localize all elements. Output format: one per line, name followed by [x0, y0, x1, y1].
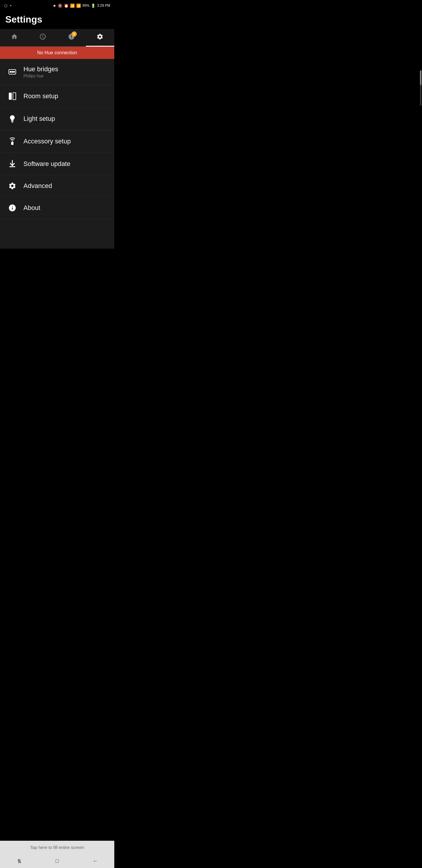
svg-rect-5: [13, 93, 16, 100]
software-update-label: Software update: [24, 160, 108, 168]
status-bar: ⬡ ⚬ ★ 🔇 ⏰ 📶 📶 95% 🔋 3:29 PM: [0, 0, 114, 10]
nav-bar: ⇌ □ ←: [0, 854, 114, 868]
menu-item-software-update[interactable]: Software update: [0, 153, 114, 175]
accessory-icon: [6, 137, 19, 146]
svg-rect-10: [9, 166, 15, 167]
fill-bar-text: Tap here to fill entire screen: [30, 845, 84, 850]
svg-rect-8: [11, 142, 13, 145]
tab-schedule[interactable]: [29, 29, 58, 46]
about-text: About: [24, 204, 108, 212]
room-icon: [6, 92, 19, 101]
svg-rect-6: [11, 121, 13, 122]
advanced-text: Advanced: [24, 182, 108, 190]
alarm-icon: ⏰: [64, 3, 69, 8]
menu-item-about[interactable]: About: [0, 197, 114, 219]
svg-rect-4: [9, 93, 12, 100]
back-icon: ←: [93, 858, 98, 864]
time-display: 3:29 PM: [97, 3, 110, 8]
room-setup-text: Room setup: [24, 92, 108, 100]
alerts-badge: 1: [71, 31, 77, 37]
download-icon: [6, 159, 19, 168]
page-title: Settings: [5, 14, 109, 25]
tab-home[interactable]: [0, 29, 29, 46]
settings-tab-icon: [96, 33, 103, 42]
menu-list: Hue bridges Philips hue Room setup Light…: [0, 59, 114, 249]
bluetooth-icon: ★: [53, 3, 56, 8]
svg-point-9: [12, 141, 13, 142]
fill-bar[interactable]: Tap here to fill entire screen: [0, 841, 114, 854]
svg-rect-7: [11, 122, 13, 123]
menu-item-room-setup[interactable]: Room setup: [0, 85, 114, 107]
room-setup-label: Room setup: [24, 92, 108, 100]
status-bar-left: ⬡ ⚬: [4, 3, 12, 8]
home-tab-icon: [11, 33, 18, 42]
light-setup-label: Light setup: [24, 115, 108, 123]
tab-settings[interactable]: [86, 29, 115, 46]
menu-item-advanced[interactable]: Advanced: [0, 175, 114, 197]
hue-bridges-label: Hue bridges: [24, 65, 108, 73]
recent-apps-button[interactable]: ⇌: [0, 858, 38, 864]
info-icon: [6, 203, 19, 213]
svg-point-2: [11, 71, 13, 73]
accessory-setup-text: Accessory setup: [24, 137, 108, 145]
data-icon: 📶: [70, 3, 75, 8]
home-nav-button[interactable]: □: [38, 858, 76, 864]
about-label: About: [24, 204, 108, 212]
status-bar-right: ★ 🔇 ⏰ 📶 📶 95% 🔋 3:29 PM: [53, 3, 110, 8]
connection-banner: No Hue connection: [0, 46, 114, 59]
gear-icon: [6, 182, 19, 190]
hue-bridges-sublabel: Philips hue: [24, 73, 108, 78]
page-title-bar: Settings: [0, 10, 114, 29]
menu-item-light-setup[interactable]: Light setup: [0, 107, 114, 130]
tab-alerts[interactable]: 1: [57, 29, 86, 46]
back-button[interactable]: ←: [76, 858, 114, 864]
battery-icon: 🔋: [91, 3, 96, 8]
schedule-tab-icon: [39, 33, 46, 42]
svg-point-3: [13, 71, 15, 73]
light-setup-text: Light setup: [24, 115, 108, 123]
advanced-label: Advanced: [24, 182, 108, 190]
mute-icon: 🔇: [58, 3, 62, 8]
home-nav-icon: □: [56, 858, 59, 864]
recent-apps-icon: ⇌: [16, 859, 22, 863]
svg-point-1: [10, 71, 11, 73]
light-icon: [6, 114, 19, 123]
menu-item-accessory-setup[interactable]: Accessory setup: [0, 130, 114, 153]
notification-icon: ⬡: [4, 3, 7, 8]
battery-percent: 95%: [83, 3, 89, 8]
whatsapp-icon: ⚬: [9, 3, 12, 8]
menu-item-hue-bridges[interactable]: Hue bridges Philips hue: [0, 59, 114, 85]
bridge-icon: [6, 67, 19, 76]
accessory-setup-label: Accessory setup: [24, 137, 108, 145]
tab-bar: 1: [0, 29, 114, 46]
connection-banner-text: No Hue connection: [37, 50, 77, 55]
hue-bridges-text: Hue bridges Philips hue: [24, 65, 108, 78]
signal-icon: 📶: [76, 3, 81, 8]
software-update-text: Software update: [24, 160, 108, 168]
